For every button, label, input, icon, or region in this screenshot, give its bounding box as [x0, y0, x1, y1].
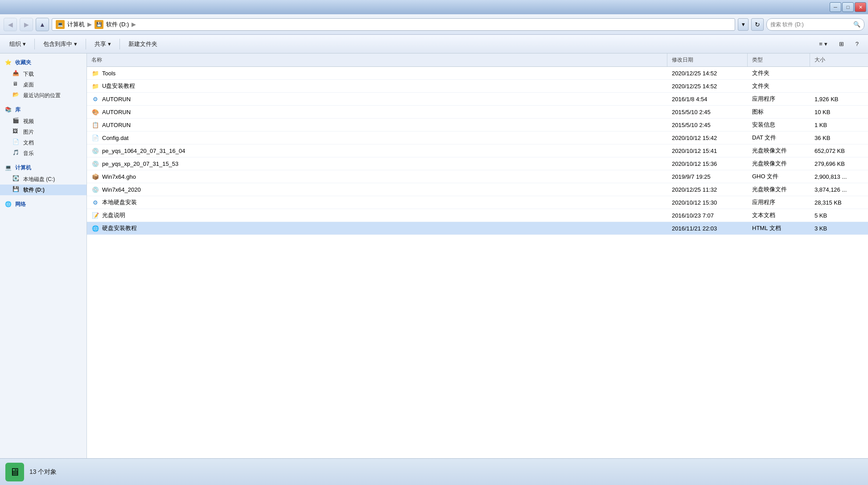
refresh-button[interactable]: ↻ [751, 18, 764, 31]
network-header-icon: 🌐 [4, 200, 12, 209]
sidebar-item-documents[interactable]: 📄 文档 [0, 137, 86, 148]
table-row[interactable]: 💿 Win7x64_2020 2020/12/25 11:32 光盘映像文件 3… [87, 183, 868, 196]
file-type: GHO 文件 [752, 173, 778, 181]
file-name: AUTORUN [102, 109, 131, 115]
sidebar-item-desktop[interactable]: 🖥 桌面 [0, 79, 86, 90]
close-button[interactable]: ✕ [855, 2, 866, 12]
file-name: Win7x64_2020 [102, 186, 141, 193]
network-header-label: 网络 [15, 201, 26, 208]
organize-button[interactable]: 组织 ▾ [4, 37, 31, 51]
back-button[interactable]: ◀ [4, 18, 17, 31]
file-name-cell: ⚙ AUTORUN [87, 93, 667, 105]
path-computer-label: 计算机 [67, 21, 85, 29]
table-row[interactable]: 🎨 AUTORUN 2015/5/10 2:45 图标 10 KB [87, 106, 868, 119]
sidebar-item-local-c-label: 本地磁盘 (C:) [23, 176, 55, 183]
file-type-cell: 应用程序 [748, 196, 810, 209]
column-name[interactable]: 名称 [87, 53, 667, 66]
sidebar-item-pictures-label: 图片 [23, 128, 34, 136]
file-date: 2020/12/25 14:52 [672, 83, 717, 90]
address-path[interactable]: 💻 计算机 ▶ 💾 软件 (D:) ▶ [52, 18, 735, 31]
file-type-icon: 📁 [91, 69, 99, 77]
sidebar-header-libraries[interactable]: 📚 库 [0, 103, 86, 116]
file-type-icon: 📝 [91, 211, 99, 219]
sidebar-section-network: 🌐 网络 [0, 198, 86, 210]
sidebar-item-downloads[interactable]: 📥 下载 [0, 69, 86, 79]
view-icon: ≡ [819, 41, 823, 47]
file-date: 2020/10/12 15:36 [672, 160, 717, 167]
file-date-cell: 2016/1/8 4:54 [667, 94, 748, 105]
minimize-button[interactable]: ─ [830, 2, 841, 12]
desktop-icon: 🖥 [12, 81, 21, 89]
sidebar-item-recent[interactable]: 📂 最近访问的位置 [0, 90, 86, 101]
sidebar-section-libraries: 📚 库 🎬 视频 🖼 图片 📄 文档 🎵 音乐 [0, 103, 86, 159]
file-date: 2016/1/8 4:54 [672, 96, 708, 103]
table-row[interactable]: 📦 Win7x64.gho 2019/9/7 19:25 GHO 文件 2,90… [87, 170, 868, 183]
file-type: 应用程序 [752, 95, 775, 103]
file-name-cell: 📁 U盘安装教程 [87, 80, 667, 92]
table-row[interactable]: 📁 U盘安装教程 2020/12/25 14:52 文件夹 [87, 80, 868, 93]
help-button[interactable]: ? [851, 37, 864, 51]
sidebar-item-music[interactable]: 🎵 音乐 [0, 148, 86, 159]
path-computer-icon: 💻 [56, 20, 65, 29]
file-type-cell: DAT 文件 [748, 132, 810, 144]
file-size-cell [810, 71, 868, 75]
column-size[interactable]: 大小 [810, 53, 868, 66]
file-type: 图标 [752, 108, 764, 116]
file-size-cell: 10 KB [810, 107, 868, 118]
file-type-cell: 图标 [748, 106, 810, 118]
sidebar-item-video-label: 视频 [23, 118, 34, 125]
sidebar-item-video[interactable]: 🎬 视频 [0, 116, 86, 127]
file-type-cell: 文件夹 [748, 80, 810, 92]
view-dropdown-button[interactable]: ≡ ▾ [814, 37, 832, 51]
local-c-icon: 💽 [12, 175, 21, 183]
column-date[interactable]: 修改日期 [667, 53, 748, 66]
search-input[interactable] [770, 21, 852, 28]
table-row[interactable]: 💿 pe_yqs_xp_20_07_31_15_53 2020/10/12 15… [87, 157, 868, 170]
file-name-cell: 📁 Tools [87, 67, 667, 79]
sidebar-header-computer[interactable]: 💻 计算机 [0, 161, 86, 174]
table-row[interactable]: 🌐 硬盘安装教程 2016/11/21 22:03 HTML 文档 3 KB [87, 222, 868, 235]
share-button[interactable]: 共享 ▾ [90, 37, 116, 51]
include-library-button[interactable]: 包含到库中 ▾ [38, 37, 82, 51]
file-name: Config.dat [102, 135, 128, 141]
sidebar-header-network[interactable]: 🌐 网络 [0, 198, 86, 210]
maximize-button[interactable]: □ [842, 2, 854, 12]
status-bar: 🖥 13 个对象 [0, 458, 868, 485]
file-name-cell: 📝 光盘说明 [87, 209, 667, 222]
libraries-header-label: 库 [15, 106, 21, 114]
sidebar-item-pictures[interactable]: 🖼 图片 [0, 127, 86, 137]
file-date-cell: 2016/10/23 7:07 [667, 210, 748, 221]
file-date-cell: 2016/11/21 22:03 [667, 223, 748, 234]
sidebar-header-favorites[interactable]: ⭐ 收藏夹 [0, 56, 86, 69]
file-type-icon: 📁 [91, 82, 99, 90]
up-button[interactable]: ▲ [36, 18, 49, 31]
file-type: 应用程序 [752, 198, 775, 206]
documents-icon: 📄 [12, 139, 21, 147]
view-mode-button[interactable]: ⊞ [834, 37, 849, 51]
sidebar-item-downloads-label: 下载 [23, 70, 34, 78]
file-name-cell: ⚙ 本地硬盘安装 [87, 196, 667, 209]
table-row[interactable]: ⚙ 本地硬盘安装 2020/10/12 15:30 应用程序 28,315 KB [87, 196, 868, 209]
table-row[interactable]: 💿 pe_yqs_1064_20_07_31_16_04 2020/10/12 … [87, 144, 868, 157]
table-row[interactable]: ⚙ AUTORUN 2016/1/8 4:54 应用程序 1,926 KB [87, 93, 868, 106]
table-row[interactable]: 📄 Config.dat 2020/10/12 15:42 DAT 文件 36 … [87, 132, 868, 144]
column-type[interactable]: 类型 [748, 53, 810, 66]
file-size: 652,072 KB [815, 148, 845, 154]
path-sep-1: ▶ [87, 21, 92, 28]
address-dropdown[interactable]: ▾ [738, 18, 749, 31]
include-library-label: 包含到库中 [43, 40, 72, 48]
new-folder-button[interactable]: 新建文件夹 [123, 37, 162, 51]
file-type: 光盘映像文件 [752, 160, 787, 168]
forward-button[interactable]: ▶ [20, 18, 33, 31]
sidebar-item-recent-label: 最近访问的位置 [23, 92, 61, 99]
sidebar-section-computer: 💻 计算机 💽 本地磁盘 (C:) 💾 软件 (D:) [0, 161, 86, 195]
file-date-cell: 2020/10/12 15:30 [667, 197, 748, 208]
file-size-cell: 279,696 KB [810, 158, 868, 169]
search-box: 🔍 [766, 18, 864, 31]
table-row[interactable]: 📋 AUTORUN 2015/5/10 2:45 安装信息 1 KB [87, 119, 868, 132]
sidebar-item-software-d[interactable]: 💾 软件 (D:) [0, 185, 86, 195]
libraries-header-icon: 📚 [4, 105, 12, 114]
table-row[interactable]: 📁 Tools 2020/12/25 14:52 文件夹 [87, 67, 868, 80]
table-row[interactable]: 📝 光盘说明 2016/10/23 7:07 文本文档 5 KB [87, 209, 868, 222]
sidebar-item-local-c[interactable]: 💽 本地磁盘 (C:) [0, 174, 86, 185]
